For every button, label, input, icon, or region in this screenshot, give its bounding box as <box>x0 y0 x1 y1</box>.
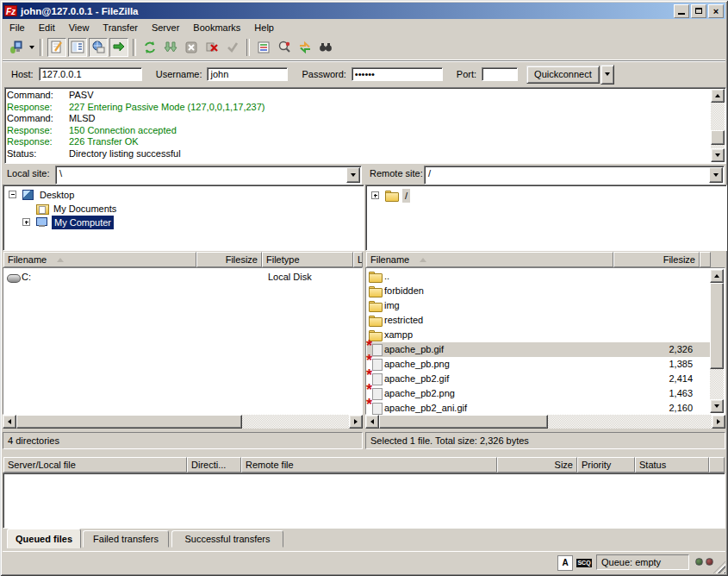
folder-icon <box>369 272 382 281</box>
disconnect-button[interactable] <box>202 38 221 57</box>
file-row[interactable]: forbidden <box>367 284 710 298</box>
find-button[interactable] <box>316 38 335 57</box>
local-row-c-drive[interactable]: C: Local Disk <box>4 270 361 285</box>
scroll-down-button[interactable] <box>711 148 725 162</box>
toggle-remote-tree-button[interactable] <box>89 38 108 57</box>
disconnect-icon <box>205 41 219 54</box>
expand-icon[interactable] <box>22 218 30 226</box>
file-row[interactable]: img <box>367 298 710 313</box>
column-filename[interactable]: Filename <box>366 252 613 267</box>
column-filetype[interactable]: Filetype <box>262 252 353 267</box>
scrollbar-thumb[interactable] <box>379 415 548 429</box>
file-size: 1,385 <box>669 357 693 372</box>
menu-bookmarks[interactable]: Bookmarks <box>186 21 247 34</box>
collapse-icon[interactable] <box>9 191 16 198</box>
menu-file[interactable]: File <box>3 21 32 34</box>
scroll-down-button[interactable] <box>710 399 724 413</box>
quickconnect-button[interactable]: Quickconnect <box>526 66 600 84</box>
scrollbar-thumb[interactable] <box>711 130 725 145</box>
file-row[interactable]: xampp <box>367 328 710 342</box>
scroll-right-button[interactable] <box>712 415 725 429</box>
column-server-local-file[interactable]: Server/Local file <box>3 457 187 473</box>
toggle-transfer-queue-button[interactable] <box>109 38 128 57</box>
filter-button[interactable] <box>254 38 273 57</box>
column-filename[interactable]: Filename <box>3 252 196 267</box>
maximize-button[interactable] <box>691 4 706 18</box>
file-name: apache_pb.png <box>384 357 450 372</box>
host-input[interactable] <box>39 67 142 81</box>
tab-successful-transfers[interactable]: Successful transfers <box>171 530 283 548</box>
file-row[interactable]: restricted <box>367 313 710 328</box>
file-row[interactable]: *apache_pb2.png1,463 <box>367 386 710 401</box>
local-tree: Desktop My Documents My Computer <box>3 185 364 251</box>
sync-browse-button[interactable] <box>296 38 314 57</box>
file-row[interactable]: *apache_pb2_ani.gif2,160 <box>367 401 710 416</box>
menu-transfer[interactable]: Transfer <box>96 21 145 34</box>
toolbar-separator <box>246 39 250 56</box>
local-file-list: C: Local Disk <box>3 267 363 415</box>
file-row[interactable]: .. <box>367 269 710 284</box>
column-direction[interactable]: Directi... <box>187 457 241 473</box>
scroll-up-button[interactable] <box>711 89 725 103</box>
log-line-label: Response: <box>7 136 69 148</box>
expand-icon[interactable] <box>371 191 379 199</box>
scrollbar-thumb[interactable] <box>710 283 724 369</box>
transfer-type-icon[interactable]: A <box>557 555 573 571</box>
file-row[interactable]: *apache_pb.png1,385 <box>367 357 710 372</box>
log-line-text: 226 Transfer OK <box>69 136 139 147</box>
scroll-left-button[interactable] <box>3 415 16 429</box>
minimize-button[interactable] <box>674 4 689 18</box>
process-queue-icon <box>164 41 177 54</box>
file-row[interactable]: *apache_pb2.gif2,414 <box>367 372 710 386</box>
cancel-operation-button[interactable] <box>182 38 201 57</box>
quickconnect-dropdown[interactable] <box>600 65 614 85</box>
column-filesize[interactable]: Filesize <box>196 252 262 267</box>
file-row-selected[interactable]: *apache_pb.gif2,326 <box>367 342 710 357</box>
chevron-down-icon <box>605 72 610 76</box>
refresh-button[interactable] <box>140 38 159 57</box>
local-site-value: \ <box>59 168 62 178</box>
host-label: Host: <box>11 69 34 79</box>
scroll-right-button[interactable] <box>349 415 363 429</box>
close-button[interactable]: × <box>708 4 724 18</box>
abort-button[interactable] <box>223 38 242 57</box>
column-remote-file[interactable]: Remote file <box>241 457 497 473</box>
tab-queued-files[interactable]: Queued files <box>7 529 81 548</box>
site-manager-dropdown[interactable] <box>27 38 36 57</box>
site-manager-button[interactable] <box>7 38 26 57</box>
tab-failed-transfers[interactable]: Failed transfers <box>83 530 169 548</box>
arrow-down-icon <box>715 153 720 157</box>
column-status[interactable]: Status <box>635 457 709 473</box>
compare-button[interactable] <box>275 38 294 57</box>
queue-status-text: Queue: empty <box>596 554 689 570</box>
file-name: forbidden <box>384 284 424 298</box>
scrollbar-thumb[interactable] <box>16 415 242 429</box>
menu-server[interactable]: Server <box>145 21 186 34</box>
site-manager-icon <box>9 41 23 54</box>
file-name: xampp <box>384 328 413 342</box>
queue-list <box>3 473 725 529</box>
file-size: 1,463 <box>669 386 693 401</box>
process-queue-button[interactable] <box>161 38 180 57</box>
menu-edit[interactable]: Edit <box>32 21 62 34</box>
password-input[interactable] <box>352 67 443 81</box>
port-input[interactable] <box>482 67 518 81</box>
username-input[interactable] <box>207 67 288 81</box>
menu-help[interactable]: Help <box>247 21 281 34</box>
column-priority[interactable]: Priority <box>577 457 635 473</box>
column-filesize[interactable]: Filesize <box>613 252 700 267</box>
local-site-combo[interactable]: \ <box>55 166 362 185</box>
toggle-message-log-button[interactable] <box>47 38 66 57</box>
remote-site-dropdown[interactable] <box>709 167 723 183</box>
column-size[interactable]: Size <box>497 457 577 473</box>
remote-site-combo[interactable]: / <box>424 166 725 185</box>
username-label: Username: <box>156 69 202 79</box>
scroll-up-button[interactable] <box>710 269 724 283</box>
toggle-local-tree-button[interactable] <box>68 38 87 57</box>
folder-icon <box>369 316 382 325</box>
menu-view[interactable]: View <box>62 21 96 34</box>
column-lastmodified[interactable]: L <box>353 252 363 267</box>
local-site-dropdown[interactable] <box>346 167 360 183</box>
scroll-left-button[interactable] <box>365 415 379 429</box>
speed-limit-icon[interactable]: SCQ <box>576 559 592 567</box>
